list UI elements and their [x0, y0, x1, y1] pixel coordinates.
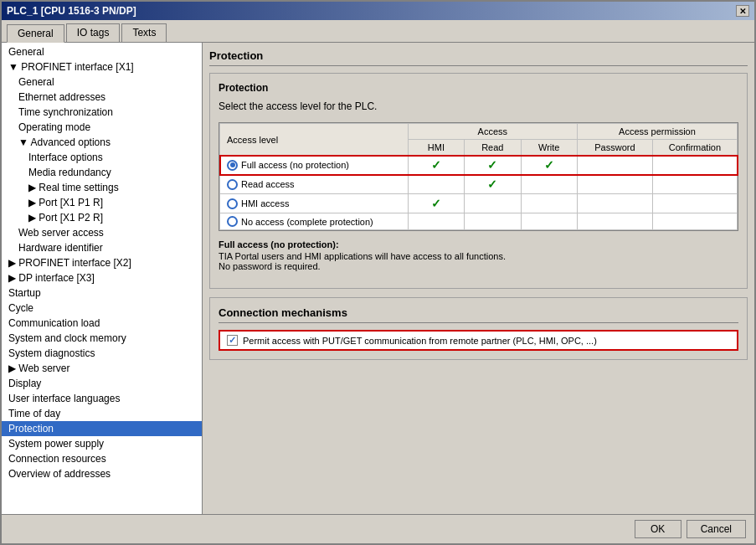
- sidebar-item-display[interactable]: Display: [2, 376, 202, 391]
- sidebar-item-conn-resources[interactable]: Connection resources: [2, 451, 202, 466]
- info-text2: No password is required.: [219, 261, 738, 271]
- sidebar-item-sys-diagnostics[interactable]: System diagnostics: [2, 346, 202, 361]
- read-access-write: [521, 175, 577, 194]
- tab-general[interactable]: General: [7, 24, 64, 43]
- sidebar-item-advanced-options[interactable]: ▼ Advanced options: [2, 135, 202, 150]
- read-access-password: [577, 175, 652, 194]
- table-row-read-access[interactable]: Read access ✓: [220, 175, 738, 194]
- tab-io-tags[interactable]: IO tags: [66, 23, 121, 42]
- no-access-write: [521, 213, 577, 230]
- permit-access-checkbox[interactable]: ✓: [227, 335, 238, 346]
- sidebar-item-web-server-access[interactable]: Web server access: [2, 225, 202, 240]
- table-row-no-access[interactable]: No access (complete protection): [220, 213, 738, 230]
- full-access-confirmation: [652, 156, 737, 175]
- info-title: Full access (no protection):: [219, 239, 738, 249]
- sidebar-item-operating-mode[interactable]: Operating mode: [2, 120, 202, 135]
- title-bar: PLC_1 [CPU 1516-3 PN/DP] ✕: [2, 2, 754, 20]
- no-access-confirmation: [652, 213, 737, 230]
- no-access-read: [465, 213, 521, 230]
- sidebar-item-overview-addresses[interactable]: Overview of addresses: [2, 466, 202, 481]
- protection-table: Access level Access Access permission HM…: [219, 123, 738, 230]
- sidebar-item-interface-options[interactable]: Interface options: [2, 150, 202, 165]
- sidebar-item-port-x1-p1r[interactable]: ▶ Port [X1 P1 R]: [2, 195, 202, 210]
- sidebar-item-profinet-x1-general[interactable]: General: [2, 75, 202, 90]
- col-permission-group: Access permission: [577, 124, 737, 140]
- main-panel: Protection Protection Select the access …: [203, 43, 754, 514]
- hmi-access-hmi: ✓: [408, 194, 464, 213]
- sidebar-item-media-redundancy[interactable]: Media redundancy: [2, 165, 202, 180]
- sidebar-item-realtime-settings[interactable]: ▶ Real time settings: [2, 180, 202, 195]
- read-access-hmi: [408, 175, 464, 194]
- sidebar-item-time-sync[interactable]: Time synchronization: [2, 105, 202, 120]
- subheader-read: Read: [465, 140, 521, 156]
- close-button[interactable]: ✕: [736, 5, 749, 17]
- no-access-hmi: [408, 213, 464, 230]
- radio-hmi-access[interactable]: [227, 198, 238, 209]
- table-row-hmi-access[interactable]: HMI access ✓: [220, 194, 738, 213]
- sidebar-item-protection[interactable]: Protection: [2, 421, 202, 436]
- sidebar-item-startup[interactable]: Startup: [2, 285, 202, 301]
- footer: OK Cancel: [2, 514, 754, 543]
- connection-mechanisms-title: Connection mechanisms: [219, 306, 738, 323]
- tab-bar: General IO tags Texts: [2, 20, 754, 43]
- radio-no-access[interactable]: [227, 216, 238, 227]
- sidebar: General ▼ PROFINET interface [X1] Genera…: [2, 43, 203, 514]
- sidebar-item-port-x1-p2r[interactable]: ▶ Port [X1 P2 R]: [2, 210, 202, 225]
- sidebar-item-sys-power-supply[interactable]: System power supply: [2, 436, 202, 451]
- subheader-confirmation: Confirmation: [652, 140, 737, 156]
- protection-description: Select the access level for the PLC.: [219, 100, 738, 112]
- sidebar-item-sys-clock-memory[interactable]: System and clock memory: [2, 331, 202, 346]
- tab-texts[interactable]: Texts: [121, 23, 167, 42]
- main-window: PLC_1 [CPU 1516-3 PN/DP] ✕ General IO ta…: [0, 0, 756, 545]
- col-access-group: Access: [408, 124, 577, 140]
- content-area: General ▼ PROFINET interface [X1] Genera…: [2, 43, 754, 514]
- read-access-read: ✓: [465, 175, 521, 194]
- hmi-access-read: [465, 194, 521, 213]
- sidebar-item-cycle[interactable]: Cycle: [2, 301, 202, 316]
- sidebar-item-dp-x3[interactable]: ▶ DP interface [X3]: [2, 270, 202, 285]
- cancel-button[interactable]: Cancel: [687, 520, 746, 538]
- sidebar-item-comm-load[interactable]: Communication load: [2, 316, 202, 331]
- protection-table-container: Access level Access Access permission HM…: [219, 122, 738, 231]
- hmi-access-password: [577, 194, 652, 213]
- sidebar-item-general[interactable]: General: [2, 44, 202, 59]
- sidebar-item-time-of-day[interactable]: Time of day: [2, 406, 202, 421]
- table-row-full-access[interactable]: Full access (no protection) ✓ ✓ ✓: [220, 156, 738, 175]
- section-title: Protection: [209, 49, 748, 66]
- protection-subsection-title: Protection: [219, 82, 738, 94]
- sidebar-item-web-server[interactable]: ▶ Web server: [2, 361, 202, 376]
- subheader-write: Write: [521, 140, 577, 156]
- full-access-password: [577, 156, 652, 175]
- radio-full-access[interactable]: [227, 160, 238, 171]
- sidebar-item-ui-languages[interactable]: User interface languages: [2, 391, 202, 406]
- subheader-hmi: HMI: [408, 140, 464, 156]
- full-access-read: ✓: [465, 156, 521, 175]
- sidebar-item-profinet-x1[interactable]: ▼ PROFINET interface [X1]: [2, 59, 202, 75]
- full-access-write: ✓: [521, 156, 577, 175]
- no-access-password: [577, 213, 652, 230]
- full-access-hmi: ✓: [408, 156, 464, 175]
- connection-mechanisms-section: Connection mechanisms ✓ Permit access wi…: [209, 297, 748, 360]
- sidebar-item-profinet-x2[interactable]: ▶ PROFINET interface [X2]: [2, 255, 202, 270]
- window-title: PLC_1 [CPU 1516-3 PN/DP]: [7, 5, 136, 17]
- sidebar-item-hardware-identifier[interactable]: Hardware identifier: [2, 240, 202, 255]
- col-access-level: Access level: [220, 124, 409, 156]
- sidebar-item-ethernet-addresses[interactable]: Ethernet addresses: [2, 90, 202, 105]
- hmi-access-confirmation: [652, 194, 737, 213]
- ok-button[interactable]: OK: [635, 520, 681, 538]
- info-box: Full access (no protection): TIA Portal …: [219, 239, 738, 271]
- permit-access-row: ✓ Permit access with PUT/GET communicati…: [219, 330, 738, 351]
- info-text1: TIA Portal users and HMI applications wi…: [219, 251, 738, 261]
- subheader-password: Password: [577, 140, 652, 156]
- read-access-confirmation: [652, 175, 737, 194]
- hmi-access-write: [521, 194, 577, 213]
- radio-read-access[interactable]: [227, 179, 238, 190]
- permit-access-label: Permit access with PUT/GET communication…: [243, 336, 597, 346]
